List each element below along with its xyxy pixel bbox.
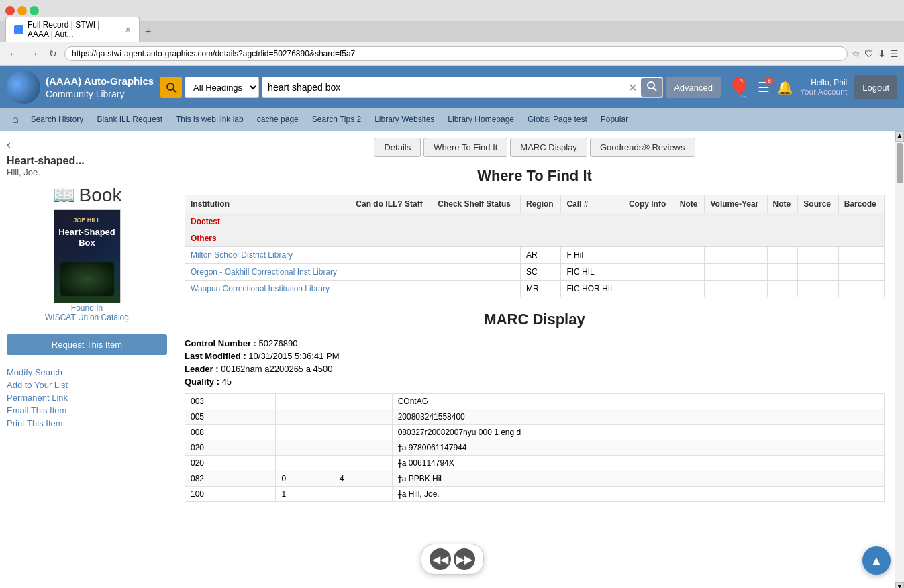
marc-ind2 bbox=[334, 440, 393, 456]
shield-icon[interactable]: 🛡 bbox=[864, 48, 874, 59]
print-item-link[interactable]: Print This Item bbox=[7, 418, 167, 428]
source-cell bbox=[798, 264, 838, 281]
marc-field-row: 100 1 ǂa Hill, Joe. bbox=[185, 487, 885, 502]
new-tab-button[interactable]: + bbox=[140, 23, 156, 40]
search-input-wrap: ✕ bbox=[262, 77, 663, 98]
next-page-button[interactable]: ▶▶ bbox=[454, 548, 475, 570]
list-icon[interactable]: ☰ 8 bbox=[758, 79, 770, 95]
last-modified-label: Last Modified : bbox=[185, 351, 246, 361]
user-account[interactable]: Your Account bbox=[800, 87, 847, 97]
bell-icon[interactable]: 🔔 bbox=[776, 79, 793, 95]
first-page-button[interactable]: ◀◀ bbox=[430, 548, 451, 570]
marc-data: ǂa 006114794X bbox=[392, 456, 884, 471]
marc-ind1 bbox=[276, 394, 334, 409]
search-input[interactable] bbox=[262, 79, 624, 95]
search-clear-button[interactable]: ✕ bbox=[624, 81, 641, 94]
nav-blank-ill[interactable]: Blank ILL Request bbox=[90, 109, 169, 130]
marc-data: 200803241558400 bbox=[392, 409, 884, 425]
tab-details[interactable]: Details bbox=[374, 138, 421, 157]
search-category-dropdown[interactable]: All Headings Title Author Subject ISBN bbox=[185, 77, 259, 98]
check-shelf-cell bbox=[432, 264, 521, 281]
cover-title-text: Heart-Shaped Box bbox=[58, 227, 117, 248]
maximize-window-btn[interactable] bbox=[30, 6, 39, 15]
leader-row: Leader : 00162nam a2200265 a 4500 bbox=[185, 364, 885, 374]
reload-button[interactable]: ↻ bbox=[46, 47, 60, 60]
wiscat-union-catalog-link[interactable]: WISCAT Union Catalog bbox=[45, 313, 129, 322]
record-title: Heart-shaped... bbox=[7, 155, 167, 167]
marc-ind1: 1 bbox=[276, 487, 334, 502]
book-type-icon: 📖 Book bbox=[52, 184, 122, 206]
institution-waupun-link[interactable]: Waupun Correctional Institution Library bbox=[191, 284, 330, 293]
scroll-to-top-button[interactable]: ▲ bbox=[862, 546, 891, 575]
back-button[interactable]: ← bbox=[5, 47, 21, 60]
nav-search-tips[interactable]: Search Tips 2 bbox=[305, 109, 368, 130]
marc-field-row: 008 080327r20082007nyu 000 1 eng d bbox=[185, 425, 885, 440]
marc-tag: 003 bbox=[185, 394, 276, 409]
nav-search-history[interactable]: Search History bbox=[24, 109, 91, 130]
tab-close-icon[interactable]: ✕ bbox=[125, 26, 131, 34]
where-to-find-table: Institution Can do ILL? Staff Check Shel… bbox=[185, 195, 885, 297]
menu-icon[interactable]: ☰ bbox=[890, 48, 899, 59]
email-item-link[interactable]: Email This Item bbox=[7, 405, 167, 415]
request-item-button[interactable]: Request This Item bbox=[7, 334, 167, 355]
table-header-row: Institution Can do ILL? Staff Check Shel… bbox=[185, 195, 885, 213]
balloon-icon: 🎈 bbox=[727, 77, 751, 99]
col-institution: Institution bbox=[185, 195, 350, 213]
nav-library-homepage[interactable]: Library Homepage bbox=[441, 109, 521, 130]
col-ill-staff: Can do ILL? Staff bbox=[350, 195, 432, 213]
tab-marc-display[interactable]: MARC Display bbox=[510, 138, 587, 157]
forward-button[interactable]: → bbox=[26, 47, 42, 60]
institution-oregon-link[interactable]: Oregon - Oakhill Correctional Inst Libra… bbox=[191, 267, 337, 277]
close-window-btn[interactable] bbox=[5, 6, 15, 15]
download-icon[interactable]: ⬇ bbox=[878, 48, 886, 59]
found-in-link[interactable]: Found In WISCAT Union Catalog bbox=[45, 303, 129, 322]
quality-value: 45 bbox=[222, 377, 232, 387]
nav-web-link-lab[interactable]: This is web link lab bbox=[169, 109, 250, 130]
marc-ind1 bbox=[276, 456, 334, 471]
book-cover-image: JOE HILL Heart-Shaped Box bbox=[54, 209, 121, 303]
logout-button[interactable]: Logout bbox=[854, 75, 897, 99]
check-shelf-cell bbox=[432, 247, 521, 264]
scroll-up-button[interactable]: ▲ bbox=[895, 131, 904, 142]
tab-goodreads[interactable]: Goodreads® Reviews bbox=[590, 138, 695, 157]
institution-milton-link[interactable]: Milton School District Library bbox=[191, 250, 293, 260]
scroll-thumb[interactable] bbox=[897, 143, 903, 183]
last-modified-value: 10/31/2015 5:36:41 PM bbox=[248, 351, 339, 361]
advanced-search-button[interactable]: Advanced bbox=[666, 77, 721, 98]
nav-library-websites[interactable]: Library Websites bbox=[368, 109, 441, 130]
url-bar[interactable] bbox=[64, 46, 848, 61]
vol-year-cell bbox=[705, 264, 767, 281]
modify-search-link[interactable]: Modify Search bbox=[7, 367, 167, 377]
active-tab[interactable]: Full Record | STWI | AAAA | Aut... ✕ bbox=[5, 17, 140, 42]
nav-popular[interactable]: Popular bbox=[594, 109, 635, 130]
marc-field-row: 005 200803241558400 bbox=[185, 409, 885, 425]
marc-data: ǂa 9780061147944 bbox=[392, 440, 884, 456]
nav-global-page-test[interactable]: Global Page test bbox=[521, 109, 594, 130]
where-to-find-section: Where To Find It Institution Can do ILL?… bbox=[185, 167, 885, 297]
add-to-list-link[interactable]: Add to Your List bbox=[7, 380, 167, 390]
marc-ind1: 0 bbox=[276, 471, 334, 487]
search-submit-button[interactable] bbox=[641, 78, 662, 97]
copy-info-cell bbox=[623, 281, 674, 297]
back-to-results-button[interactable]: ‹ bbox=[7, 138, 11, 152]
nav-cache-page[interactable]: cache page bbox=[250, 109, 305, 130]
marc-tag: 020 bbox=[185, 456, 276, 471]
scrollbar[interactable]: ▲ ▼ bbox=[895, 131, 904, 588]
scroll-down-button[interactable]: ▼ bbox=[895, 582, 904, 588]
group-others-label: Others bbox=[185, 230, 885, 247]
browser-icons: ☆ 🛡 ⬇ ☰ bbox=[852, 48, 899, 59]
permanent-link[interactable]: Permanent Link bbox=[7, 393, 167, 403]
where-to-find-title: Where To Find It bbox=[185, 167, 885, 185]
nav-bar: ⌂ Search History Blank ILL Request This … bbox=[0, 108, 904, 131]
tab-where-to-find[interactable]: Where To Find It bbox=[423, 138, 507, 157]
home-icon[interactable]: ⌂ bbox=[7, 108, 24, 131]
app-header: (AAAA) Auto-Graphics Community Library A… bbox=[0, 66, 904, 108]
barcode-cell bbox=[838, 247, 884, 264]
call-num-cell: FIC HOR HIL bbox=[561, 281, 623, 297]
cover-author-text: JOE HILL bbox=[58, 217, 117, 224]
col-call-num: Call # bbox=[561, 195, 623, 213]
bookmark-icon[interactable]: ☆ bbox=[852, 48, 860, 59]
search-icon-btn[interactable] bbox=[160, 77, 182, 98]
minimize-window-btn[interactable] bbox=[17, 6, 27, 15]
tab-favicon bbox=[14, 25, 23, 34]
